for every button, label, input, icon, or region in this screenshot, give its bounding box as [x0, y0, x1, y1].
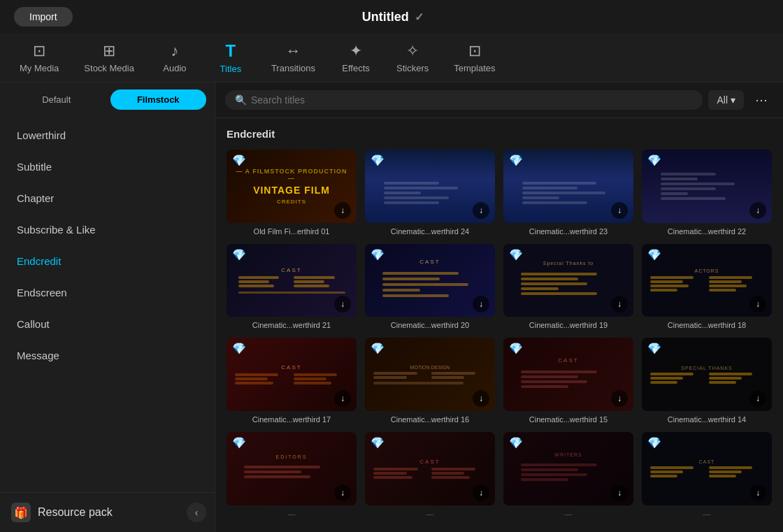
card-3-thumb: 💎 ↓: [503, 150, 633, 223]
card-5[interactable]: CAST: [227, 244, 357, 330]
tab-transitions[interactable]: ↔ Transitions: [259, 35, 328, 80]
card-13-label: —: [227, 510, 357, 518]
sidebar-item-callout[interactable]: Callout: [0, 308, 215, 340]
sidebar-tab-default[interactable]: Default: [8, 89, 105, 110]
filter-button[interactable]: All ▾: [708, 90, 744, 110]
card-1-download[interactable]: ↓: [334, 202, 351, 219]
card-10-label: Cinematic...werthird 16: [365, 415, 495, 424]
card-7-badge: 💎: [509, 248, 523, 261]
card-8-thumb: ACTORS 💎 ↓: [642, 244, 772, 317]
card-13-download[interactable]: ↓: [334, 484, 351, 501]
resource-pack-item[interactable]: 🎁 Resource pack: [0, 492, 215, 532]
card-15-thumb: WRITERS 💎 ↓: [503, 432, 633, 505]
card-12-badge: 💎: [647, 342, 661, 355]
audio-icon: ♪: [171, 42, 178, 60]
sidebar-item-chapter[interactable]: Chapter: [0, 182, 215, 214]
card-9[interactable]: CAST 💎 ↓: [227, 338, 357, 424]
sidebar-item-lowerthird[interactable]: Lowerthird: [0, 120, 215, 151]
templates-icon: ⊡: [468, 42, 481, 60]
card-11-download[interactable]: ↓: [611, 390, 628, 407]
my-media-icon: ⊡: [33, 42, 45, 60]
card-2-label: Cinematic...werthird 24: [365, 227, 495, 236]
card-1-badge: 💎: [232, 154, 246, 167]
sidebar-item-endscreen[interactable]: Endscreen: [0, 277, 215, 308]
card-10-download[interactable]: ↓: [473, 390, 489, 407]
card-4-label: Cinematic...werthird 22: [642, 227, 772, 236]
sidebar: Default Filmstock Lowerthird Subtitle Ch…: [0, 82, 215, 532]
card-10[interactable]: MOTION DESIGN: [365, 338, 495, 424]
effects-icon: ✦: [350, 42, 362, 60]
transitions-icon: ↔: [285, 42, 301, 60]
card-9-label: Cinematic...werthird 17: [227, 415, 357, 424]
card-12-download[interactable]: ↓: [749, 390, 766, 407]
card-8[interactable]: ACTORS 💎 ↓: [642, 244, 772, 330]
card-14-download[interactable]: ↓: [473, 484, 489, 501]
card-6-label: Cinematic...werthird 20: [365, 321, 495, 329]
filter-label: All: [717, 94, 728, 106]
card-11[interactable]: CAST 💎 ↓ Cinematic...werthird 15: [503, 338, 633, 424]
card-9-thumb: CAST 💎 ↓: [227, 338, 357, 411]
card-4-download[interactable]: ↓: [749, 202, 766, 219]
card-15-download[interactable]: ↓: [611, 484, 628, 501]
tab-audio[interactable]: ♪ Audio: [147, 35, 203, 80]
card-6-thumb: CAST 💎 ↓: [365, 244, 495, 317]
card-10-thumb: MOTION DESIGN: [365, 338, 495, 411]
stock-media-icon: ⊞: [103, 42, 115, 60]
tab-my-media[interactable]: ⊡ My Media: [7, 35, 71, 80]
card-1-label: Old Film Fi...erthird 01: [227, 227, 357, 236]
card-16-download[interactable]: ↓: [749, 484, 766, 501]
sidebar-collapse-button[interactable]: ‹: [187, 503, 206, 522]
nav-tabs: ⊡ My Media ⊞ Stock Media ♪ Audio T Title…: [0, 34, 783, 82]
tab-stickers[interactable]: ✧ Stickers: [384, 35, 441, 80]
card-3-badge: 💎: [509, 154, 523, 167]
card-7-label: Cinematic...werthird 19: [503, 321, 633, 329]
card-3-download[interactable]: ↓: [611, 202, 628, 219]
resource-pack-label: Resource pack: [38, 506, 113, 519]
top-bar: Import Untitled ✓: [0, 0, 783, 34]
card-15-label: —: [503, 510, 633, 518]
card-4[interactable]: 💎 ↓ Cinematic...werthird 22: [642, 150, 772, 236]
tab-effects[interactable]: ✦ Effects: [328, 35, 384, 80]
stickers-icon: ✧: [406, 42, 419, 60]
search-input[interactable]: [251, 94, 693, 106]
sidebar-tab-bar: Default Filmstock: [0, 82, 215, 117]
card-16-label: —: [642, 510, 772, 518]
card-2-badge: 💎: [371, 154, 385, 167]
tab-titles[interactable]: T Titles: [203, 34, 259, 81]
card-13-thumb: EDITORS 💎 ↓: [227, 432, 357, 505]
card-11-label: Cinematic...werthird 15: [503, 415, 633, 424]
card-2[interactable]: 💎 ↓ Cinematic...werthird 24: [365, 150, 495, 236]
card-5-thumb: CAST: [227, 244, 357, 317]
sidebar-nav: Lowerthird Subtitle Chapter Subscribe & …: [0, 117, 215, 492]
more-options-button[interactable]: ⋯: [749, 89, 773, 110]
card-4-thumb: 💎 ↓: [642, 150, 772, 223]
sidebar-item-message[interactable]: Message: [0, 340, 215, 371]
card-13-badge: 💎: [232, 436, 246, 450]
titles-icon: T: [226, 41, 236, 61]
card-6[interactable]: CAST 💎 ↓ Cinematic...werthird 20: [365, 244, 495, 330]
sidebar-item-subtitle[interactable]: Subtitle: [0, 151, 215, 182]
card-7[interactable]: Special Thanks to 💎 ↓ Cinematic...werthi…: [503, 244, 633, 330]
card-2-download[interactable]: ↓: [473, 202, 489, 219]
card-13[interactable]: EDITORS 💎 ↓ —: [227, 432, 357, 518]
search-bar: 🔍 All ▾ ⋯: [215, 82, 783, 118]
tab-stock-media[interactable]: ⊞ Stock Media: [71, 35, 147, 80]
card-16[interactable]: CAST 💎 ↓: [642, 432, 772, 518]
sidebar-item-endcredit[interactable]: Endcredit: [0, 245, 215, 277]
project-name: Untitled: [362, 10, 409, 24]
card-1[interactable]: — A FILMSTOCK PRODUCTION — VINTAGE FILM …: [227, 150, 357, 236]
sidebar-tab-filmstock[interactable]: Filmstock: [110, 89, 207, 110]
card-11-badge: 💎: [509, 342, 523, 355]
import-button[interactable]: Import: [14, 7, 73, 27]
card-14[interactable]: CAST 💎 ↓: [365, 432, 495, 518]
card-14-label: —: [365, 510, 495, 518]
card-3[interactable]: 💎 ↓ Cinematic...werthird 23: [503, 150, 633, 236]
card-15[interactable]: WRITERS 💎 ↓ —: [503, 432, 633, 518]
card-16-badge: 💎: [647, 436, 661, 450]
section-title: Endcredit: [227, 128, 772, 140]
tab-templates[interactable]: ⊡ Templates: [441, 35, 508, 80]
card-9-download[interactable]: ↓: [334, 390, 351, 407]
card-12[interactable]: SPECIAL THANKS 💎 ↓: [642, 338, 772, 424]
card-3-label: Cinematic...werthird 23: [503, 227, 633, 236]
sidebar-item-subscribe-like[interactable]: Subscribe & Like: [0, 214, 215, 245]
